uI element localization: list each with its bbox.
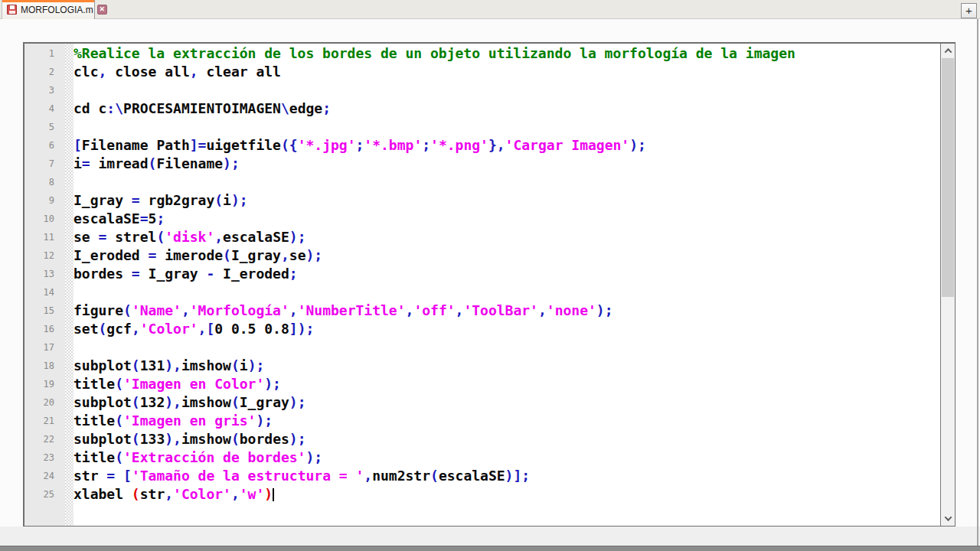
line-number: 10 bbox=[24, 210, 65, 228]
status-strip bbox=[0, 527, 980, 546]
line-number: 12 bbox=[24, 246, 65, 265]
code-line[interactable]: clc, close all, clear all bbox=[74, 63, 940, 81]
line-number: 13 bbox=[24, 265, 65, 283]
code-text-area[interactable]: %Realice la extracción de los bordes de … bbox=[74, 44, 940, 526]
line-number: 14 bbox=[24, 283, 65, 302]
line-number: 17 bbox=[24, 338, 65, 357]
line-number: 7 bbox=[24, 155, 65, 173]
line-number: 3 bbox=[24, 81, 65, 99]
tab-morfologia[interactable]: MORFOLOGIA.m ✕ bbox=[2, 0, 95, 19]
scroll-down-button[interactable] bbox=[941, 511, 955, 526]
code-line[interactable]: title('Imagen en Color'); bbox=[74, 375, 940, 393]
code-line[interactable] bbox=[74, 338, 940, 357]
bookmark-margin[interactable] bbox=[65, 44, 74, 526]
line-number: 22 bbox=[24, 430, 65, 448]
tab-bar: MORFOLOGIA.m ✕ + bbox=[0, 0, 980, 19]
line-number: 6 bbox=[24, 136, 65, 155]
line-number: 4 bbox=[24, 99, 65, 118]
chevron-down-icon bbox=[944, 514, 952, 521]
code-line[interactable]: subplot(132),imshow(I_gray); bbox=[74, 393, 940, 412]
vertical-scrollbar[interactable] bbox=[940, 44, 955, 526]
line-number: 5 bbox=[24, 118, 65, 136]
code-line[interactable]: title('Extracción de bordes'); bbox=[74, 448, 940, 467]
code-line[interactable]: [Filename Path]=uigetfile({'*.jpg';'*.bm… bbox=[74, 136, 940, 155]
line-number: 11 bbox=[24, 228, 65, 246]
line-number-gutter: 1234567891011121314151617181920212223242… bbox=[24, 44, 65, 526]
close-tab-icon[interactable]: ✕ bbox=[97, 5, 107, 15]
code-line[interactable] bbox=[74, 173, 940, 191]
code-line[interactable]: title('Imagen en gris'); bbox=[74, 412, 940, 430]
line-number: 25 bbox=[24, 485, 65, 504]
new-tab-button[interactable]: + bbox=[961, 3, 977, 18]
line-number: 16 bbox=[24, 320, 65, 338]
code-line[interactable]: subplot(133),imshow(bordes); bbox=[74, 430, 940, 448]
line-number: 21 bbox=[24, 412, 65, 430]
unsaved-floppy-icon bbox=[7, 5, 17, 15]
code-editor: 1234567891011121314151617181920212223242… bbox=[23, 42, 956, 527]
code-line[interactable]: I_gray = rgb2gray(i); bbox=[74, 191, 940, 210]
line-number: 2 bbox=[24, 63, 65, 81]
code-line[interactable]: str = ['Tamaño de la estructura = ',num2… bbox=[74, 467, 940, 485]
code-line[interactable]: subplot(131),imshow(i); bbox=[74, 357, 940, 375]
line-number: 23 bbox=[24, 448, 65, 467]
code-line[interactable]: bordes = I_gray - I_eroded; bbox=[74, 265, 940, 283]
code-line[interactable]: figure('Name','Morfología','NumberTitle'… bbox=[74, 302, 940, 320]
code-line[interactable] bbox=[74, 283, 940, 302]
code-line[interactable]: escalaSE=5; bbox=[74, 210, 940, 228]
text-caret bbox=[273, 488, 274, 501]
code-line[interactable] bbox=[74, 118, 940, 136]
code-line[interactable]: I_eroded = imerode(I_gray,se); bbox=[74, 246, 940, 265]
line-number: 24 bbox=[24, 467, 65, 485]
code-line[interactable]: set(gcf,'Color',[0 0.5 0.8]); bbox=[74, 320, 940, 338]
scrollbar-thumb[interactable] bbox=[942, 58, 954, 297]
window-bottom-edge bbox=[0, 546, 980, 551]
line-number: 1 bbox=[24, 44, 65, 63]
line-number: 15 bbox=[24, 302, 65, 320]
line-number: 8 bbox=[24, 173, 65, 191]
line-number: 20 bbox=[24, 393, 65, 412]
tab-title: MORFOLOGIA.m bbox=[21, 5, 93, 15]
line-number: 19 bbox=[24, 375, 65, 393]
line-number: 18 bbox=[24, 357, 65, 375]
code-line[interactable]: %Realice la extracción de los bordes de … bbox=[74, 44, 940, 63]
code-line[interactable] bbox=[74, 81, 940, 99]
scroll-up-button[interactable] bbox=[941, 44, 955, 58]
code-line[interactable]: xlabel (str,'Color','w') bbox=[74, 485, 940, 504]
chevron-up-icon bbox=[944, 48, 952, 56]
window-right-edge bbox=[977, 19, 978, 546]
code-line[interactable]: se = strel('disk',escalaSE); bbox=[74, 228, 940, 246]
active-tab-accent bbox=[2, 0, 94, 2]
code-line[interactable]: cd c:\PROCESAMIENTOIMAGEN\edge; bbox=[74, 99, 940, 118]
code-line[interactable]: i= imread(Filename); bbox=[74, 155, 940, 173]
line-number: 9 bbox=[24, 191, 65, 210]
